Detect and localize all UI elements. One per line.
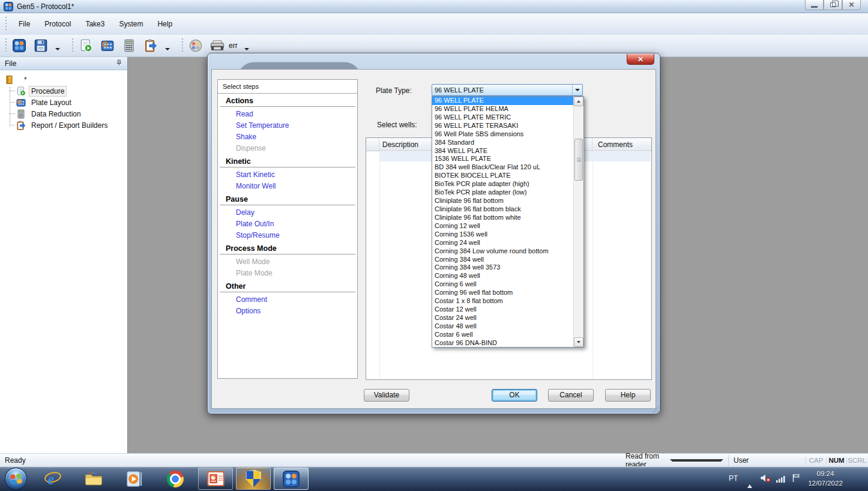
plate-type-option[interactable]: Corning 384 well	[432, 256, 573, 264]
plate-type-option[interactable]: Costar 96 DNA-BIND	[432, 339, 573, 347]
network-signal-icon[interactable]	[776, 475, 786, 483]
plate-type-option[interactable]: Corning 48 well	[432, 272, 573, 280]
plate-type-option[interactable]: Corning 384 well 3573	[432, 264, 573, 272]
step-link-delay[interactable]: Delay	[218, 207, 357, 218]
plate-type-option[interactable]: 96 WELL PLATE TERASAKI	[432, 122, 573, 130]
validate-button[interactable]: Validate	[364, 389, 409, 402]
menu-file[interactable]: File	[11, 17, 37, 31]
step-link-plate-out-in[interactable]: Plate Out/In	[218, 218, 357, 230]
toolbar-grip[interactable]	[5, 17, 8, 31]
procedure-icon[interactable]	[78, 38, 94, 53]
ie-icon[interactable]: e	[43, 469, 62, 489]
step-link-read[interactable]: Read	[218, 109, 357, 120]
cancel-button[interactable]: Cancel	[548, 389, 594, 402]
plate-type-option[interactable]: 96 Well Plate SBS dimensions	[432, 130, 573, 139]
taskbar-powerpoint-button[interactable]	[198, 468, 233, 490]
plate-type-option[interactable]: BioTek PCR plate adapter (low)	[432, 188, 573, 197]
plate-type-option[interactable]: Costar 24 well	[432, 314, 573, 322]
select-wells-label: Select wells:	[377, 121, 417, 129]
media-player-icon[interactable]	[125, 469, 144, 489]
menu-take3[interactable]: Take3	[78, 17, 112, 31]
chrome-icon[interactable]	[166, 469, 185, 489]
plate-type-option[interactable]: 384 WELL PLATE	[432, 147, 573, 155]
plate-layout-icon[interactable]	[100, 38, 115, 53]
dropdown-scrollbar[interactable]	[573, 97, 583, 347]
step-link-stop-resume[interactable]: Stop/Resume	[218, 230, 357, 241]
plate-type-option[interactable]: Cliniplate 96 flat bottom	[432, 197, 573, 205]
toolbar-dropdown-arrow[interactable]	[55, 38, 61, 53]
step-link-comment[interactable]: Comment	[218, 294, 357, 306]
plate-type-option[interactable]: Corning 384 Low volume round bottom	[432, 247, 573, 256]
tree-item-report-export-builders[interactable]: Report / Export Builders	[0, 119, 127, 131]
menu-bar: FileProtocolTake3SystemHelp	[0, 13, 868, 35]
pin-icon[interactable]	[115, 59, 122, 68]
step-link-shake[interactable]: Shake	[218, 131, 357, 143]
plate-type-option[interactable]: BioTek PCR plate adapter (high)	[432, 180, 573, 188]
plate-type-option[interactable]: 96 WELL PLATE HELMA	[432, 105, 573, 113]
tray-clock[interactable]: 09:24 12/07/2022	[798, 469, 852, 488]
printer-icon[interactable]	[209, 38, 225, 53]
plate-type-option[interactable]: Costar 48 well	[432, 322, 573, 331]
toolbar-dropdown-arrow[interactable]	[244, 38, 250, 53]
plate-type-option[interactable]: BIOTEK BIOCELL PLATE	[432, 172, 573, 180]
menu-system[interactable]: System	[112, 17, 150, 31]
minimize-button[interactable]	[805, 0, 824, 10]
plate-type-option[interactable]: Costar 6 well	[432, 331, 573, 339]
tray-language[interactable]: PT	[729, 474, 738, 483]
toolbar-grip[interactable]	[181, 38, 184, 53]
plate-type-option[interactable]: BD 384 well Black/Clear Flat 120 uL	[432, 163, 573, 172]
plate-type-option[interactable]: 1536 WELL PLATE	[432, 155, 573, 163]
combobox-dropdown-button[interactable]	[572, 85, 582, 95]
toolbar-grip[interactable]	[71, 38, 74, 53]
folder-icon[interactable]	[84, 469, 103, 489]
report-export-icon[interactable]	[143, 38, 158, 53]
tree-item-data-reduction[interactable]: Data Reduction	[0, 108, 127, 119]
volume-muted-icon[interactable]	[760, 474, 771, 483]
step-link-start-kinetic[interactable]: Start Kinetic	[218, 169, 357, 181]
scroll-down-button[interactable]	[574, 337, 583, 347]
close-button[interactable]: ✕	[842, 0, 861, 10]
hidden-icons-arrow[interactable]	[747, 476, 752, 484]
menu-protocol[interactable]: Protocol	[37, 17, 78, 31]
plate-type-option[interactable]: Corning 6 well	[432, 280, 573, 289]
plate-type-option[interactable]: Corning 96 well flat bottom	[432, 289, 573, 297]
dialog-close-button[interactable]: ✕	[627, 54, 654, 65]
plate-type-option[interactable]: 96 WELL PLATE METRIC	[432, 113, 573, 122]
tree-item-procedure[interactable]: Procedure	[0, 85, 127, 97]
file-panel-title: File	[5, 59, 16, 68]
restore-button[interactable]	[824, 0, 842, 10]
help-button[interactable]: Help	[605, 389, 651, 402]
gen5-plate-icon[interactable]	[11, 38, 27, 53]
data-reduction-icon	[16, 109, 26, 119]
plate-type-option[interactable]: Cliniplate 96 flat bottom black	[432, 205, 573, 214]
data-reduction-icon[interactable]	[121, 38, 137, 53]
save-icon[interactable]	[33, 38, 49, 53]
tree-root-item[interactable]: *	[0, 74, 127, 85]
step-link-options[interactable]: Options	[218, 306, 357, 317]
chevron-down-icon	[575, 89, 580, 91]
plate-type-combobox[interactable]: 96 WELL PLATE	[432, 84, 583, 96]
tree-item-plate-layout[interactable]: Plate Layout	[0, 97, 127, 108]
taskbar-uac-button[interactable]	[236, 468, 271, 490]
step-link-monitor-well[interactable]: Monitor Well	[218, 181, 357, 192]
toolbar-grip[interactable]	[5, 38, 8, 53]
scroll-up-button[interactable]	[574, 97, 583, 106]
plate-type-option[interactable]: Corning 12 well	[432, 222, 573, 230]
plate-type-option[interactable]: Corning 24 well	[432, 239, 573, 247]
taskbar-gen5-button[interactable]	[274, 468, 309, 490]
scrollbar-thumb[interactable]	[574, 139, 583, 181]
toolbar-dropdown-arrow[interactable]	[164, 38, 170, 53]
restore-icon	[830, 2, 836, 7]
menu-help[interactable]: Help	[150, 17, 179, 31]
plate-type-option[interactable]: Cliniplate 96 flat bottom white	[432, 214, 573, 222]
start-button[interactable]	[5, 468, 27, 490]
reader-selector[interactable]: Read from reader	[621, 455, 729, 466]
step-link-set-temperature[interactable]: Set Temperature	[218, 120, 357, 131]
plate-type-option[interactable]: Costar 12 well	[432, 306, 573, 314]
plate-type-option[interactable]: Costar 1 x 8 flat bottom	[432, 297, 573, 306]
ok-button[interactable]: OK	[492, 389, 537, 402]
plate-type-option[interactable]: Corning 1536 well	[432, 230, 573, 239]
plate-type-option[interactable]: 384 Standard	[432, 139, 573, 147]
palette-icon[interactable]	[188, 38, 203, 53]
plate-type-option[interactable]: 96 WELL PLATE	[432, 97, 573, 105]
